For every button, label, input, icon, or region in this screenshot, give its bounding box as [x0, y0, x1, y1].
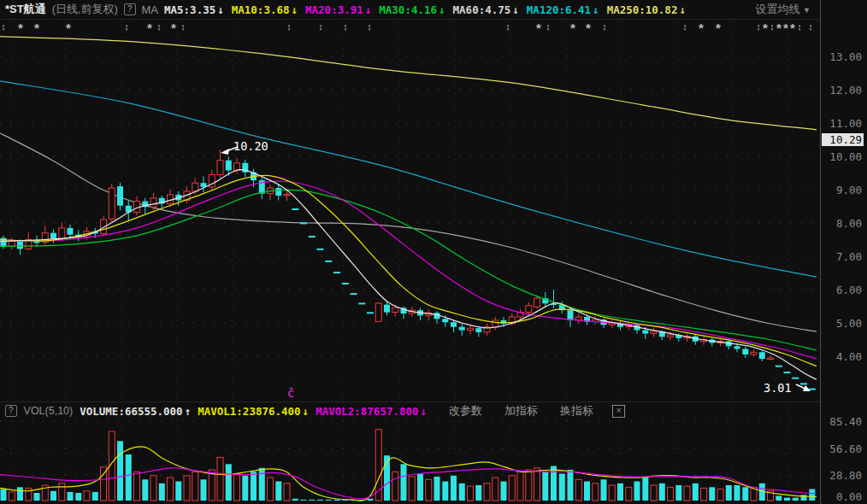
change-params-button[interactable]: 改参数: [449, 403, 482, 419]
price-axis-label: 6.00: [823, 284, 862, 296]
mavol1-value: MAVOL1:23876.400↓: [198, 405, 309, 418]
vol-indicator-label: VOL(5,10): [24, 405, 74, 417]
volume-axis-label: 56.60: [823, 442, 862, 455]
peak-price-callout: 10.20: [233, 139, 268, 153]
chart-header: *ST航通 (日线,前复权) ? MA MA5:3.35↓MA10:3.68↓M…: [0, 0, 819, 20]
down-arrow-icon: ↓: [217, 3, 224, 16]
ma-values-group: MA5:3.35↓MA10:3.68↓MA20:3.91↓MA30:4.16↓M…: [164, 3, 686, 16]
price-axis-label: 9.00: [823, 184, 862, 196]
price-axis-label: 10.00: [823, 150, 862, 163]
ma-indicator-value[interactable]: MA30:4.16↓: [379, 3, 445, 16]
volume-axis-label: 28.80: [823, 469, 862, 482]
volume-axis-label: 0.00: [823, 490, 862, 503]
last-price-callout: 3.01: [764, 381, 792, 395]
ma-indicator-value[interactable]: MA250:10.82↓: [607, 3, 686, 16]
price-axis-label: 5.00: [823, 317, 862, 330]
main-chart-canvas[interactable]: [0, 19, 819, 401]
stock-chart-window: *ST航通 (日线,前复权) ? MA MA5:3.35↓MA10:3.68↓M…: [0, 0, 867, 504]
ma-indicator-value[interactable]: MA10:3.68↓: [232, 3, 298, 16]
down-arrow-icon: ↓: [679, 3, 686, 16]
down-arrow-icon: ↓: [303, 405, 310, 418]
mavol2-value: MAVOL2:87657.800↓: [316, 405, 427, 418]
help-icon[interactable]: ?: [124, 3, 136, 15]
price-axis-label: 11.00: [823, 117, 862, 130]
up-arrow-icon: ↑: [185, 405, 192, 418]
switch-indicator-button[interactable]: 换指标: [560, 403, 593, 419]
axis-separator: [820, 0, 821, 504]
volume-axis-label: 85.40: [823, 415, 862, 428]
help-icon[interactable]: ?: [5, 405, 17, 417]
ma-settings-button[interactable]: 设置均线 ▼: [755, 2, 811, 17]
ma-indicator-value[interactable]: MA5:3.35↓: [164, 3, 224, 16]
last-price-tag: 10.29: [822, 133, 864, 146]
ma-indicator-value[interactable]: MA20:3.91↓: [305, 3, 371, 16]
price-axis-label: 13.00: [823, 50, 862, 63]
ma-group-label: MA: [142, 3, 159, 16]
down-arrow-icon: ↓: [439, 3, 445, 16]
add-indicator-button[interactable]: 加指标: [504, 403, 538, 419]
down-arrow-icon: ↓: [365, 3, 372, 16]
chevron-down-icon: ▼: [803, 6, 811, 15]
price-axis-label: 8.00: [823, 217, 862, 230]
price-axis-label: 7.00: [823, 250, 862, 263]
down-arrow-icon: ↓: [292, 3, 298, 16]
price-axis-label: 12.00: [823, 84, 862, 97]
ma-indicator-value[interactable]: MA120:6.41↓: [527, 3, 599, 16]
dividend-marker: ĉ: [287, 386, 294, 400]
down-arrow-icon: ↓: [593, 3, 599, 16]
close-icon[interactable]: ×: [612, 405, 625, 418]
down-arrow-icon: ↓: [512, 3, 519, 16]
down-arrow-icon: ↓: [421, 405, 428, 418]
ma-indicator-value[interactable]: MA60:4.75↓: [453, 3, 519, 16]
period-label[interactable]: (日线,前复权): [52, 2, 118, 17]
price-axis-label: 4.00: [823, 350, 862, 363]
volume-value: VOLUME:66555.000↑: [80, 405, 191, 418]
stock-name[interactable]: *ST航通: [5, 2, 46, 17]
volume-header: ? VOL(5,10) VOLUME:66555.000↑ MAVOL1:238…: [0, 402, 819, 419]
